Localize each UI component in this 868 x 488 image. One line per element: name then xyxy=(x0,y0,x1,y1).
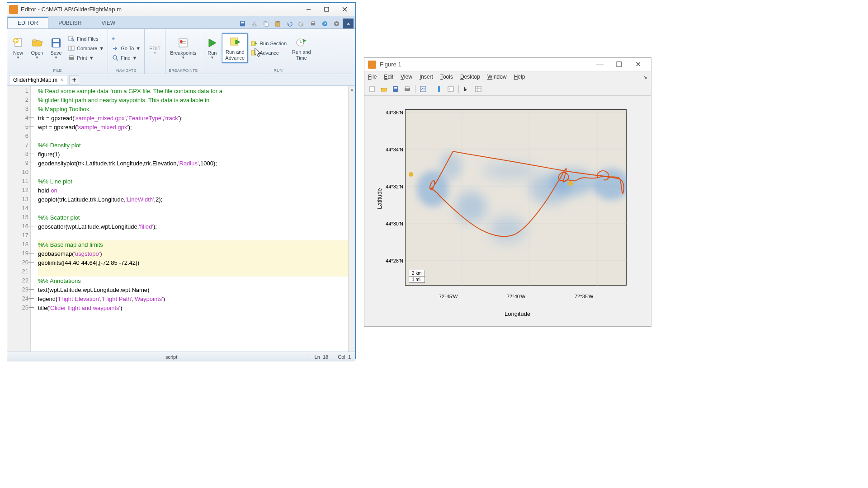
scrollbar[interactable]: ▲ xyxy=(348,86,355,352)
link-plot-icon[interactable] xyxy=(418,84,428,94)
svg-point-73 xyxy=(568,181,573,186)
svg-rect-28 xyxy=(72,46,74,51)
save-button[interactable]: Save▼ xyxy=(47,35,65,61)
new-button[interactable]: New▼ xyxy=(9,35,27,61)
save-figure-icon[interactable] xyxy=(391,84,401,94)
line-gutter[interactable]: 1234—5—678—9—101112—13—141516—171819—20—… xyxy=(7,86,31,352)
tab-view[interactable]: VIEW xyxy=(91,18,125,28)
print-quickbar-icon[interactable] xyxy=(307,19,318,28)
breakpoints-button[interactable]: Breakpoints▼ xyxy=(167,35,199,61)
back-forward-button[interactable] xyxy=(110,34,142,43)
goto-button[interactable]: Go To ▼ xyxy=(110,44,142,53)
code-content[interactable]: % Read some sample data from a GPX file.… xyxy=(31,86,355,352)
svg-line-32 xyxy=(116,59,118,61)
geo-axes[interactable] xyxy=(405,109,627,286)
svg-point-6 xyxy=(252,24,254,26)
print-figure-icon[interactable] xyxy=(402,84,412,94)
save-icon[interactable] xyxy=(237,19,248,28)
run-section-button[interactable]: Run Section xyxy=(249,39,288,48)
fig-minimize-button[interactable]: — xyxy=(590,58,609,71)
copy-icon[interactable] xyxy=(260,19,271,28)
file-tab[interactable]: GliderFlightMap.m × xyxy=(9,75,67,84)
menu-tools[interactable]: Tools xyxy=(440,74,453,80)
svg-rect-50 xyxy=(448,87,453,91)
svg-rect-11 xyxy=(265,23,268,26)
editor-window: Editor - C:\MATLAB\GliderFlightMap.m EDI… xyxy=(7,2,356,359)
y-tick-label: 44°28'N xyxy=(377,258,403,263)
svg-text:?: ? xyxy=(323,22,326,26)
menu-help[interactable]: Help xyxy=(514,74,525,80)
matlab-logo-icon xyxy=(9,5,18,14)
open-figure-icon[interactable] xyxy=(379,84,389,94)
close-tab-icon[interactable]: × xyxy=(60,77,63,83)
compare-button[interactable]: Compare ▼ xyxy=(66,44,106,53)
svg-rect-53 xyxy=(476,86,481,92)
tab-editor[interactable]: EDITOR xyxy=(7,17,48,28)
figure-menubar: File Edit View Insert Tools Desktop Wind… xyxy=(364,71,651,82)
menu-desktop[interactable]: Desktop xyxy=(460,74,480,80)
fig-maximize-button[interactable]: ☐ xyxy=(609,58,628,71)
redo-icon[interactable] xyxy=(296,19,307,28)
matlab-logo-icon xyxy=(368,61,376,69)
advance-button[interactable]: Advance xyxy=(249,48,288,57)
edit-plot-icon[interactable] xyxy=(462,84,472,94)
open-button[interactable]: Open▼ xyxy=(28,35,46,61)
add-tab-button[interactable]: + xyxy=(69,75,79,84)
svg-point-7 xyxy=(255,24,256,26)
minimize-button[interactable] xyxy=(299,4,317,15)
insert-colorbar-icon[interactable] xyxy=(434,84,444,94)
svg-rect-48 xyxy=(420,86,426,92)
svg-point-67 xyxy=(489,216,525,243)
toolstrip-tabs: EDITOR PUBLISH VIEW ? xyxy=(7,16,355,29)
run-and-time-button[interactable]: Run and Time xyxy=(289,34,314,62)
x-tick-label: 72°45'W xyxy=(439,294,458,299)
scroll-up-icon[interactable]: ▲ xyxy=(349,86,355,93)
figure-window: Figure 1 — ☐ ✕ File Edit View Insert Too… xyxy=(364,57,651,327)
svg-rect-45 xyxy=(394,87,397,89)
tab-publish[interactable]: PUBLISH xyxy=(48,18,91,28)
svg-rect-15 xyxy=(311,21,314,23)
minimize-toolstrip-icon[interactable] xyxy=(343,19,354,28)
menu-more-icon[interactable]: ↘ xyxy=(643,74,647,80)
svg-point-66 xyxy=(455,191,487,223)
findfiles-button[interactable]: Find Files xyxy=(66,34,106,43)
editor-titlebar[interactable]: Editor - C:\MATLAB\GliderFlightMap.m xyxy=(7,3,355,16)
new-figure-icon[interactable] xyxy=(367,84,377,94)
svg-rect-49 xyxy=(438,86,440,92)
toolstrip: New▼ Open▼ Save▼ Find Files Compare ▼ Pr… xyxy=(7,29,355,74)
y-tick-label: 44°34'N xyxy=(377,147,403,152)
menu-window[interactable]: Window xyxy=(487,74,507,80)
undo-icon[interactable] xyxy=(284,19,295,28)
svg-rect-33 xyxy=(179,39,187,47)
svg-rect-1 xyxy=(325,7,329,11)
window-title: Editor - C:\MATLAB\GliderFlightMap.m xyxy=(21,6,299,13)
svg-rect-47 xyxy=(406,87,409,89)
menu-edit[interactable]: Edit xyxy=(384,74,393,80)
y-tick-label: 44°36'N xyxy=(377,110,403,115)
cut-icon[interactable] xyxy=(249,19,259,28)
figure-canvas[interactable]: Latitude Longitude 44°36'N44°34'N44°32'N… xyxy=(369,105,637,322)
svg-point-65 xyxy=(439,153,462,180)
code-editor[interactable]: 1234—5—678—9—101112—13—141516—171819—20—… xyxy=(7,86,355,352)
edit-button[interactable]: EDIT▼ xyxy=(146,44,163,57)
maximize-button[interactable] xyxy=(317,4,335,15)
run-and-advance-button[interactable]: Run and Advance xyxy=(222,33,248,62)
figure-titlebar[interactable]: Figure 1 — ☐ ✕ xyxy=(364,58,651,71)
paste-icon[interactable] xyxy=(272,19,283,28)
menu-view[interactable]: View xyxy=(401,74,412,80)
group-file-label: FILE xyxy=(7,67,108,74)
run-button[interactable]: Run▼ xyxy=(203,35,221,61)
status-line: Ln 18 xyxy=(310,354,333,360)
property-inspector-icon[interactable] xyxy=(473,84,483,94)
insert-legend-icon[interactable] xyxy=(446,84,456,94)
fig-close-button[interactable]: ✕ xyxy=(628,58,647,71)
close-button[interactable] xyxy=(335,4,354,15)
help-icon[interactable]: ? xyxy=(319,19,330,28)
print-button[interactable]: Print ▼ xyxy=(66,53,106,62)
menu-insert[interactable]: Insert xyxy=(420,74,433,80)
svg-rect-43 xyxy=(370,86,374,92)
find-button[interactable]: Find ▼ xyxy=(110,53,142,62)
dropdown-icon[interactable] xyxy=(331,19,342,28)
menu-file[interactable]: File xyxy=(368,74,377,80)
scale-bar: 2 km 1 mi xyxy=(409,270,425,283)
